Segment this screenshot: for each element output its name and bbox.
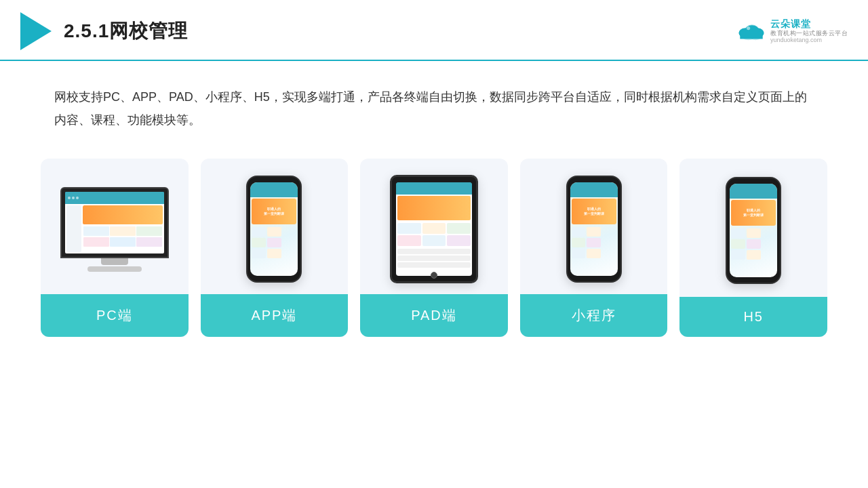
app-grid-6 bbox=[267, 249, 281, 258]
pc-card-mini-4 bbox=[83, 237, 109, 247]
card-image-area-pad bbox=[360, 159, 508, 294]
h5-grid-1 bbox=[731, 228, 745, 238]
description-text: 网校支持PC、APP、PAD、小程序、H5，实现多端打通，产品各终端自由切换，数… bbox=[54, 90, 807, 127]
page-title: 2.5.1网校管理 bbox=[64, 18, 188, 44]
brand-text: 云朵课堂 教育机构一站式服务云平台 yunduoketang.com bbox=[770, 18, 848, 44]
svg-point-9 bbox=[747, 26, 750, 30]
mini-phone-outer: 职通人的第一堂判断课 bbox=[566, 176, 622, 283]
card-miniprogram: 职通人的第一堂判断课 小程序 bbox=[520, 159, 668, 337]
h5-phone-banner-text: 职通人的第一堂判断课 bbox=[743, 208, 764, 218]
card-label-pc: PC端 bbox=[41, 294, 189, 337]
pc-dot-3 bbox=[76, 197, 79, 199]
card-image-area-mini: 职通人的第一堂判断课 bbox=[520, 159, 668, 294]
card-h5: 职通人的第一堂判断课 H5 bbox=[679, 159, 827, 337]
logo-triangle-icon bbox=[20, 12, 52, 50]
pad-body-rows bbox=[396, 247, 472, 270]
pc-mockup bbox=[60, 187, 169, 272]
card-pad: PAD端 bbox=[360, 159, 508, 337]
mini-phone-mockup: 职通人的第一堂判断课 bbox=[566, 176, 622, 283]
mini-grid-5 bbox=[572, 249, 586, 258]
pad-row-1 bbox=[397, 249, 471, 254]
pc-body bbox=[65, 204, 164, 253]
h5-phone-banner: 职通人的第一堂判断课 bbox=[731, 200, 776, 226]
header-left: 2.5.1网校管理 bbox=[20, 12, 188, 50]
h5-phone-grid bbox=[730, 227, 777, 261]
h5-phone-topbar bbox=[730, 184, 777, 199]
pad-card-1 bbox=[397, 223, 421, 234]
card-pc: PC端 bbox=[41, 159, 189, 337]
pc-banner bbox=[83, 205, 163, 224]
app-phone-screen: 职通人的第一堂判断课 bbox=[250, 182, 298, 276]
pc-screen-content bbox=[65, 192, 164, 253]
h5-grid-4 bbox=[747, 239, 761, 249]
card-label-h5: H5 bbox=[679, 297, 827, 337]
pc-card-mini-6 bbox=[136, 237, 162, 247]
h5-grid-2 bbox=[747, 228, 761, 238]
pc-card-mini-2 bbox=[110, 226, 136, 236]
mini-grid-1 bbox=[572, 227, 586, 237]
pad-tablet-mockup bbox=[390, 175, 478, 283]
mini-grid-2 bbox=[587, 227, 601, 237]
pc-stand bbox=[101, 258, 128, 265]
mini-phone-banner: 职通人的第一堂判断课 bbox=[572, 199, 616, 224]
cards-container: PC端 职通人的第一堂判断课 bbox=[0, 138, 868, 357]
mini-grid-3 bbox=[572, 238, 586, 247]
pad-card-6 bbox=[447, 235, 471, 246]
cloud-icon bbox=[736, 21, 766, 41]
brand-name: 云朵课堂 bbox=[770, 18, 811, 30]
mini-phone-screen: 职通人的第一堂判断课 bbox=[570, 182, 618, 276]
card-image-area-h5: 职通人的第一堂判断课 bbox=[679, 159, 827, 297]
mini-phone-topbar bbox=[570, 182, 618, 197]
pad-topbar bbox=[396, 182, 472, 195]
mini-phone-banner-text: 职通人的第一堂判断课 bbox=[584, 207, 604, 216]
header: 2.5.1网校管理 云朵课堂 教育机构一站式服务云平台 yunduoketa bbox=[0, 0, 868, 61]
pc-card-mini-1 bbox=[83, 226, 109, 236]
pc-cards bbox=[83, 226, 163, 237]
brand-sub: 教育机构一站式服务云平台 bbox=[770, 30, 848, 37]
mini-grid-6 bbox=[587, 249, 601, 258]
pad-screen-content bbox=[396, 182, 472, 276]
app-phone-outer: 职通人的第一堂判断课 bbox=[246, 176, 302, 283]
pc-screen-inner bbox=[65, 192, 164, 253]
h5-phone-mockup: 职通人的第一堂判断课 bbox=[726, 177, 781, 284]
h5-phone-outer: 职通人的第一堂判断课 bbox=[726, 177, 781, 284]
pc-base bbox=[87, 266, 142, 272]
pad-card-2 bbox=[422, 223, 446, 234]
card-image-area-pc bbox=[41, 159, 189, 294]
mini-grid-4 bbox=[587, 238, 601, 247]
pad-card-3 bbox=[447, 223, 471, 234]
description: 网校支持PC、APP、PAD、小程序、H5，实现多端打通，产品各终端自由切换，数… bbox=[0, 61, 868, 138]
app-phone-banner: 职通人的第一堂判断课 bbox=[252, 199, 296, 224]
mini-phone-grid bbox=[570, 226, 618, 260]
card-image-area-app: 职通人的第一堂判断课 bbox=[201, 159, 349, 294]
card-label-pad: PAD端 bbox=[360, 294, 508, 337]
app-phone-banner-text: 职通人的第一堂判断课 bbox=[264, 207, 284, 216]
app-grid-2 bbox=[267, 227, 281, 237]
header-right: 云朵课堂 教育机构一站式服务云平台 yunduoketang.com bbox=[736, 18, 848, 44]
pc-card-mini-5 bbox=[110, 237, 136, 247]
app-phone-grid bbox=[250, 226, 298, 260]
h5-grid-6 bbox=[747, 250, 761, 260]
pad-tablet-screen bbox=[396, 182, 472, 276]
pad-home-btn bbox=[431, 272, 437, 279]
card-app: 职通人的第一堂判断课 APP端 bbox=[201, 159, 349, 337]
app-grid-1 bbox=[252, 227, 266, 237]
pc-topbar bbox=[65, 192, 164, 204]
app-grid-3 bbox=[252, 238, 266, 247]
h5-grid-3 bbox=[731, 239, 745, 249]
pad-row-3 bbox=[397, 262, 471, 268]
pad-cards bbox=[396, 222, 472, 247]
brand-url: yunduoketang.com bbox=[770, 37, 822, 44]
pc-dot-1 bbox=[68, 197, 71, 199]
pc-card-mini-3 bbox=[136, 226, 162, 236]
app-grid-4 bbox=[267, 238, 281, 247]
pc-dot-2 bbox=[72, 197, 75, 199]
app-phone-topbar bbox=[250, 182, 298, 197]
card-label-mini: 小程序 bbox=[520, 294, 668, 337]
pad-row-2 bbox=[397, 256, 471, 261]
pad-card-5 bbox=[422, 235, 446, 246]
h5-phone-screen: 职通人的第一堂判断课 bbox=[730, 184, 777, 277]
h5-grid-5 bbox=[731, 250, 745, 260]
app-grid-5 bbox=[252, 249, 266, 258]
pc-screen-outer bbox=[60, 187, 169, 258]
